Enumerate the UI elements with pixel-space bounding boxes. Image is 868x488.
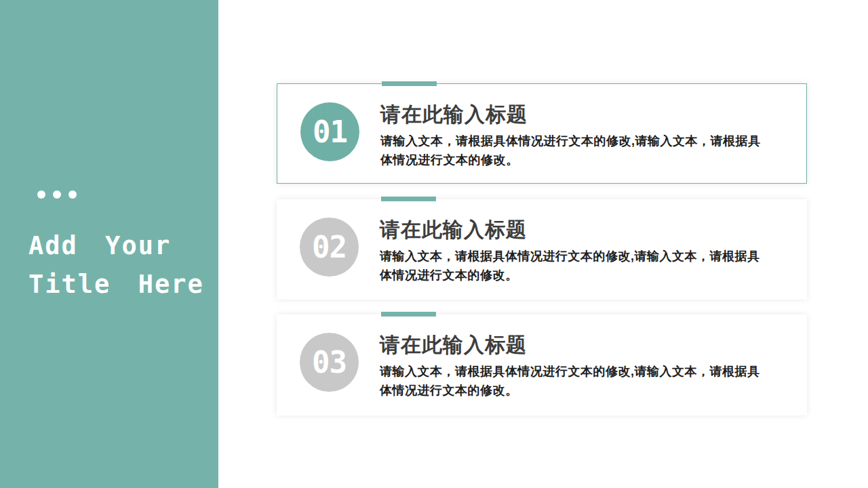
decorative-dots (37, 190, 77, 199)
dot-icon (68, 190, 77, 199)
card-title: 请在此输入标题 (380, 333, 527, 357)
number-label: 02 (312, 232, 347, 262)
card-body-text: 请输入文本，请根据具体情况进行文本的修改,请输入文本，请根据具体情况进行文本的修… (380, 362, 763, 400)
content-card-1: 01 请在此输入标题 请输入文本，请根据具体情况进行文本的修改,请输入文本，请根… (277, 83, 807, 184)
accent-bar (382, 81, 437, 86)
number-badge-3: 03 (300, 333, 359, 392)
card-body-text: 请输入文本，请根据具体情况进行文本的修改,请输入文本，请根据具体情况进行文本的修… (380, 247, 763, 285)
number-label: 03 (312, 348, 347, 378)
card-title: 请在此输入标题 (380, 218, 527, 241)
dot-icon (37, 190, 45, 199)
sidebar-title: Add Your Title Here (28, 226, 204, 304)
number-badge-1: 01 (300, 102, 359, 161)
sidebar-title-line1: Add Your (28, 226, 204, 265)
sidebar-title-line2: Title Here (28, 265, 204, 304)
card-title: 请在此输入标题 (380, 103, 528, 126)
number-badge-2: 02 (300, 218, 359, 277)
dot-icon (53, 190, 61, 199)
number-label: 01 (313, 117, 347, 147)
accent-bar (381, 312, 436, 317)
content-card-3: 03 请在此输入标题 请输入文本，请根据具体情况进行文本的修改,请输入文本，请根… (277, 314, 807, 415)
accent-bar (381, 197, 436, 201)
content-card-2: 02 请在此输入标题 请输入文本，请根据具体情况进行文本的修改,请输入文本，请根… (277, 199, 807, 300)
slide: Add Your Title Here PIC 01 请在此输入标题 请输入文本… (0, 0, 868, 488)
card-body-text: 请输入文本，请根据具体情况进行文本的修改,请输入文本，请根据具体情况进行文本的修… (380, 131, 764, 169)
sidebar: Add Your Title Here (0, 0, 218, 488)
